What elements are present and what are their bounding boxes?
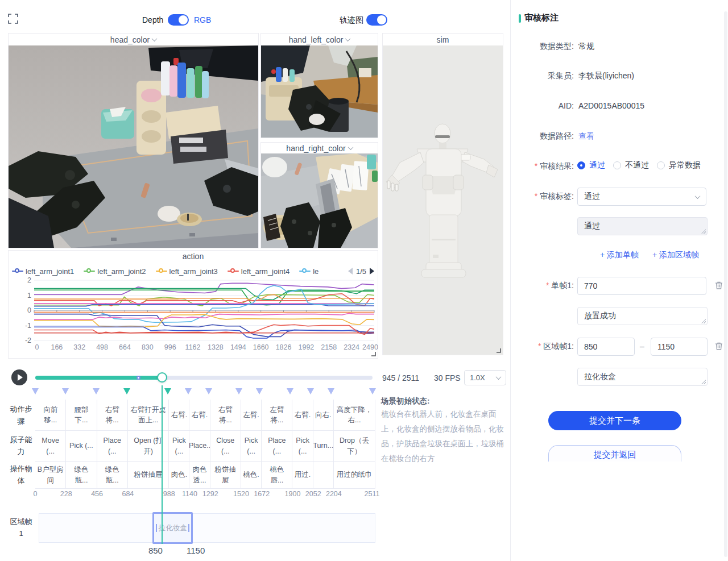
table-cell[interactable]: Pick (... bbox=[169, 431, 189, 462]
table-cell[interactable]: 用过. bbox=[292, 462, 313, 489]
table-cell[interactable]: 腰部下... bbox=[66, 400, 97, 431]
frame-axis-label: 456 bbox=[91, 490, 103, 498]
region-note-textarea[interactable]: 拉化妆盒 bbox=[577, 368, 708, 386]
head-camera-header[interactable]: head_color bbox=[9, 34, 258, 45]
region-left-handle[interactable] bbox=[156, 524, 157, 532]
table-cell[interactable]: Pick (... bbox=[292, 431, 313, 462]
radio-icon[interactable] bbox=[613, 161, 621, 169]
legend-prev-icon[interactable] bbox=[348, 268, 353, 275]
table-cell[interactable]: 右臂将... bbox=[97, 400, 128, 431]
table-cell[interactable]: Pick (... bbox=[241, 431, 262, 462]
table-cell[interactable]: Place (... bbox=[97, 431, 128, 462]
data-path-link[interactable]: 查看 bbox=[578, 131, 594, 142]
region-right-handle[interactable] bbox=[188, 524, 189, 532]
step-boundary-marker[interactable] bbox=[185, 388, 192, 394]
table-cell[interactable]: Open (打开) bbox=[128, 431, 169, 462]
vertical-scrollbar[interactable] bbox=[724, 11, 727, 557]
table-cell[interactable]: Drop（丢下） bbox=[334, 431, 375, 462]
step-boundary-marker[interactable] bbox=[287, 388, 293, 394]
add-region-frame-link[interactable]: + 添加区域帧 bbox=[652, 250, 699, 260]
table-cell[interactable]: 粉饼抽屉 bbox=[128, 462, 169, 489]
hand-left-camera-header[interactable]: hand_left_color bbox=[261, 34, 378, 45]
hand-right-camera-image bbox=[261, 153, 378, 248]
legend-item[interactable]: left_arm_joint3 bbox=[156, 267, 218, 276]
tag-note-textarea[interactable]: 通过 bbox=[577, 217, 708, 235]
table-cell[interactable]: 桃色. bbox=[241, 462, 262, 489]
x-tick-label: 2158 bbox=[321, 343, 337, 351]
resize-handle-icon[interactable] bbox=[370, 351, 376, 356]
radio-icon[interactable] bbox=[657, 161, 665, 169]
table-cell[interactable]: 右臂. bbox=[169, 400, 189, 431]
legend-next-icon[interactable] bbox=[370, 268, 374, 275]
step-boundary-marker[interactable] bbox=[123, 388, 130, 394]
table-cell[interactable]: 右臂将... bbox=[210, 400, 241, 431]
timeline-slider-handle[interactable] bbox=[157, 372, 167, 383]
legend-item[interactable]: left_arm_joint4 bbox=[228, 267, 289, 276]
step-boundary-marker[interactable] bbox=[369, 388, 376, 394]
table-cell[interactable]: Place.. bbox=[189, 431, 210, 462]
table-cell[interactable]: 左臂将... bbox=[262, 400, 292, 431]
step-boundary-marker[interactable] bbox=[256, 388, 263, 394]
table-cell[interactable]: 左臂. bbox=[241, 400, 262, 431]
table-cell[interactable]: 粉饼抽屉 bbox=[210, 462, 241, 489]
region-end-label: 1150 bbox=[187, 546, 205, 555]
region-start-input[interactable]: 850 bbox=[577, 338, 635, 356]
single-frame-note-textarea[interactable]: 放置成功 bbox=[577, 307, 708, 325]
radio-option[interactable]: 不通过 bbox=[613, 160, 649, 171]
submit-next-button[interactable]: 提交并下一条 bbox=[548, 411, 681, 430]
hand-right-camera-header[interactable]: hand_right_color bbox=[261, 143, 378, 153]
action-chart-plot[interactable] bbox=[34, 278, 375, 344]
step-boundary-marker[interactable] bbox=[307, 388, 314, 394]
table-cell[interactable]: Place (... bbox=[262, 431, 292, 462]
step-boundary-marker[interactable] bbox=[93, 388, 100, 394]
table-cell[interactable]: 向右. bbox=[313, 400, 334, 431]
submit-back-button[interactable]: 提交并返回 bbox=[548, 445, 681, 462]
region-end-input[interactable]: 1150 bbox=[651, 338, 708, 356]
delete-region-frame-icon[interactable] bbox=[714, 342, 723, 351]
fullscreen-icon[interactable] bbox=[8, 14, 18, 24]
tag-select[interactable]: 通过 bbox=[577, 188, 706, 206]
legend-item[interactable]: le bbox=[299, 267, 318, 276]
table-cell[interactable]: 向前移... bbox=[35, 400, 66, 431]
step-boundary-marker[interactable] bbox=[164, 388, 171, 394]
depth-rgb-toggle[interactable] bbox=[168, 14, 189, 26]
table-cell[interactable] bbox=[313, 462, 334, 489]
table-cell[interactable]: B户型房间 bbox=[35, 462, 66, 489]
radio-option[interactable]: 通过 bbox=[577, 160, 605, 171]
region-track[interactable] bbox=[39, 513, 375, 543]
speed-select[interactable]: 1.0X bbox=[464, 370, 506, 385]
table-cell[interactable]: 右臂. bbox=[189, 400, 210, 431]
table-cell[interactable]: 肉色透... bbox=[189, 462, 210, 489]
table-cell[interactable]: Turn... bbox=[313, 431, 334, 462]
radio-selected-icon[interactable] bbox=[577, 161, 585, 169]
table-row-header: 原子能力 bbox=[8, 431, 34, 462]
table-cell[interactable]: 用过的纸巾 bbox=[334, 462, 375, 489]
sim-view[interactable] bbox=[383, 45, 503, 355]
legend-item[interactable]: left_arm_joint1 bbox=[12, 267, 74, 276]
table-cell[interactable]: 桃色唇... bbox=[262, 462, 292, 489]
trajectory-toggle[interactable] bbox=[366, 14, 387, 26]
table-cell[interactable]: 右臂打开桌面上... bbox=[128, 400, 169, 431]
table-cell[interactable]: 绿色瓶... bbox=[66, 462, 97, 489]
legend-item[interactable]: left_arm_joint2 bbox=[84, 267, 146, 276]
single-frame-input[interactable]: 770 bbox=[577, 277, 706, 295]
step-boundary-marker[interactable] bbox=[328, 388, 334, 394]
add-single-frame-link[interactable]: + 添加单帧 bbox=[600, 250, 639, 260]
y-tick-label: -2 bbox=[25, 336, 31, 344]
table-cell[interactable]: 肉色. bbox=[169, 462, 189, 489]
step-boundary-marker[interactable] bbox=[205, 388, 212, 394]
step-boundary-marker[interactable] bbox=[62, 388, 69, 394]
region-segment[interactable]: 拉化妆盒 bbox=[152, 512, 193, 544]
play-button[interactable] bbox=[11, 369, 27, 385]
radio-option[interactable]: 异常数据 bbox=[657, 160, 701, 171]
table-cell[interactable]: 高度下降，右... bbox=[334, 400, 375, 431]
step-boundary-marker[interactable] bbox=[32, 388, 39, 394]
table-cell[interactable]: 右臂. bbox=[292, 400, 313, 431]
resize-handle-icon[interactable] bbox=[495, 347, 501, 353]
table-cell[interactable]: Pick (... bbox=[66, 431, 97, 462]
table-cell[interactable]: Move (... bbox=[35, 431, 66, 462]
table-cell[interactable]: Close (... bbox=[210, 431, 241, 462]
step-boundary-marker[interactable] bbox=[235, 388, 242, 394]
delete-single-frame-icon[interactable] bbox=[714, 281, 723, 290]
table-cell[interactable]: 绿色瓶... bbox=[97, 462, 128, 489]
